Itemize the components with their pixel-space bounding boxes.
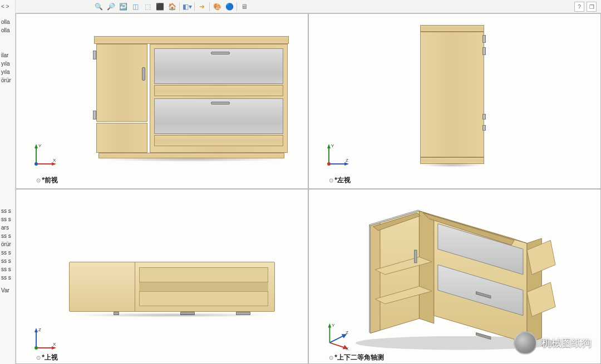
- eye-icon: ⊙: [36, 177, 39, 183]
- viewport-window-controls: ? ❐: [574, 2, 597, 12]
- toolbar-separator: [179, 2, 180, 11]
- view-name: *上视: [42, 353, 58, 361]
- feature-tree-panel[interactable]: < > olla olla ilar yıla yıla örür ss s s…: [0, 0, 16, 364]
- tree-item[interactable]: örür: [1, 76, 11, 84]
- svg-marker-15: [35, 328, 38, 332]
- tree-item[interactable]: yıla: [1, 68, 10, 76]
- viewport-grid: YX ⊙ *前视: [16, 13, 601, 364]
- tree-item[interactable]: ilar: [1, 51, 8, 59]
- triad-xy: YX: [32, 143, 57, 168]
- tree-item[interactable]: ss s: [1, 273, 11, 282]
- viewport-top[interactable]: ZX ⊙ *上视: [16, 189, 308, 365]
- tree-item[interactable]: ss s: [1, 232, 11, 240]
- section-view-icon[interactable]: ◫: [130, 2, 140, 12]
- svg-text:X: X: [53, 158, 56, 163]
- tree-item[interactable]: Var: [1, 286, 9, 295]
- svg-line-43: [329, 343, 346, 348]
- tree-item[interactable]: ars: [1, 223, 9, 232]
- viewport-iso[interactable]: Y Z X ⊙ *上下二等角轴测 机械图纸狗: [308, 189, 601, 365]
- model-left: [420, 25, 484, 164]
- monitor-icon[interactable]: 🖥: [239, 2, 249, 12]
- appearance-icon[interactable]: 🔵: [224, 2, 234, 12]
- tree-item[interactable]: ss s: [1, 215, 11, 223]
- svg-text:X: X: [346, 346, 348, 351]
- tree-item[interactable]: ss s: [1, 207, 11, 215]
- view-label: ⊙ *前视: [36, 176, 58, 185]
- help-button[interactable]: ?: [574, 2, 584, 12]
- prev-view-icon[interactable]: ↩️: [118, 2, 128, 12]
- zoom-fit-icon[interactable]: 🔍: [93, 2, 104, 12]
- decal-icon[interactable]: 🎨: [212, 2, 222, 12]
- watermark: 机械图纸狗: [514, 331, 592, 355]
- view-toolbar: 🔍 🔎 ↩️ ◫ ⬚ ⬛ 🏠 ◧▾ ➜ 🎨 🔵 🖥 ? ❐: [16, 0, 601, 13]
- svg-text:Y: Y: [331, 143, 334, 148]
- model-top: [69, 262, 275, 312]
- triad-xyz: Y Z X: [321, 321, 351, 351]
- panel-next[interactable]: >: [6, 3, 9, 9]
- view-label: ⊙ *上下二等角轴测: [329, 353, 384, 362]
- restore-button[interactable]: ❐: [587, 2, 597, 12]
- tree-item[interactable]: örür: [1, 240, 11, 248]
- svg-text:Z: Z: [346, 330, 348, 335]
- view-name: *前视: [42, 176, 58, 184]
- toolbar-separator: [237, 2, 237, 11]
- view-label: ⊙ *左视: [329, 176, 351, 185]
- triad-xz: ZX: [32, 327, 57, 352]
- app-root: < > olla olla ilar yıla yıla örür ss s s…: [0, 0, 601, 364]
- svg-text:X: X: [53, 342, 56, 347]
- tree-item[interactable]: ss s: [1, 257, 11, 265]
- tree-item[interactable]: ss s: [1, 248, 11, 257]
- watermark-avatar: [514, 331, 537, 355]
- svg-marker-1: [35, 144, 38, 148]
- view-name: *左视: [334, 176, 351, 184]
- svg-marker-24: [419, 211, 433, 323]
- arrow-icon[interactable]: ➜: [197, 2, 207, 12]
- panel-nav[interactable]: < >: [1, 3, 9, 13]
- toolbar-separator: [209, 2, 210, 11]
- svg-text:Z: Z: [38, 327, 41, 332]
- svg-text:Y: Y: [38, 143, 42, 148]
- panel-prev[interactable]: <: [1, 3, 4, 9]
- tree-item[interactable]: yıla: [1, 59, 10, 68]
- tree-item[interactable]: ss s: [1, 265, 11, 273]
- tree-item[interactable]: olla: [1, 18, 10, 26]
- view-cube-icon[interactable]: ⬚: [142, 2, 152, 12]
- svg-marker-23: [370, 222, 380, 333]
- svg-line-45: [329, 335, 344, 343]
- toolbar-separator: [194, 2, 195, 11]
- model-iso: [331, 194, 576, 355]
- svg-point-18: [35, 346, 38, 350]
- svg-text:Z: Z: [346, 158, 348, 163]
- svg-point-4: [35, 162, 38, 166]
- watermark-text: 机械图纸狗: [541, 336, 592, 350]
- svg-point-11: [327, 162, 331, 166]
- viewport-left[interactable]: YZ ⊙ *左视: [308, 13, 601, 189]
- svg-marker-42: [328, 323, 332, 328]
- viewport-front[interactable]: YX ⊙ *前视: [16, 13, 308, 189]
- scene-icon[interactable]: 🏠: [167, 2, 177, 12]
- eye-icon: ⊙: [36, 355, 39, 361]
- display-state-icon[interactable]: ◧▾: [182, 2, 192, 12]
- svg-marker-27: [370, 225, 371, 333]
- view-label: ⊙ *上视: [36, 353, 58, 362]
- view-name: *上下二等角轴测: [334, 353, 384, 361]
- render-icon[interactable]: ⬛: [155, 2, 165, 12]
- svg-marker-8: [327, 144, 331, 148]
- triad-yz: YZ: [324, 143, 350, 168]
- svg-text:Y: Y: [332, 323, 334, 328]
- zoom-area-icon[interactable]: 🔎: [106, 2, 116, 12]
- tree-item[interactable]: olla: [1, 26, 10, 34]
- eye-icon: ⊙: [329, 177, 332, 183]
- model-front: [94, 36, 289, 158]
- svg-rect-29: [415, 250, 417, 263]
- eye-icon: ⊙: [329, 355, 332, 361]
- main-area: 🔍 🔎 ↩️ ◫ ⬚ ⬛ 🏠 ◧▾ ➜ 🎨 🔵 🖥 ? ❐: [16, 0, 601, 364]
